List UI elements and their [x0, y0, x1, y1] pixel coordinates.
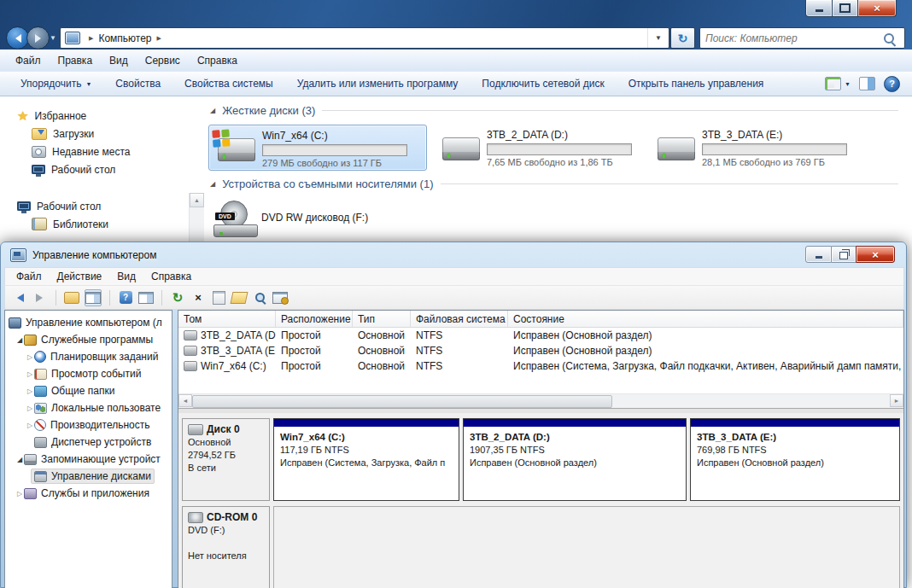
- cm-titlebar[interactable]: Управление компьютером: [1, 242, 906, 267]
- dvd-drive-tile[interactable]: DVD DVD RW дисковод (F:): [208, 197, 427, 245]
- group-expander-icon[interactable]: ◢: [210, 107, 215, 114]
- table-row[interactable]: Win7_x64 (C:) Простой Основной NTFS Испр…: [178, 358, 903, 374]
- minimize-button[interactable]: [805, 246, 832, 263]
- group-header-hard-disks[interactable]: ◢ Жесткие диски (3): [210, 104, 898, 117]
- tree-expanded-icon[interactable]: ◢: [15, 456, 24, 463]
- address-bar[interactable]: ▶ Компьютер ▶ ▼: [60, 27, 669, 49]
- tree-item-performance[interactable]: ▷ Производительность: [5, 416, 172, 434]
- refresh-button[interactable]: ↻: [670, 27, 695, 49]
- delete-button[interactable]: ×: [190, 290, 206, 306]
- tree-item-system-tools[interactable]: ◢ Служебные программы: [5, 331, 172, 348]
- restore-button[interactable]: [832, 246, 856, 263]
- menu-help[interactable]: Справка: [189, 55, 246, 67]
- sidebar-item-libraries[interactable]: Библиотеки: [17, 215, 188, 233]
- tree-collapsed-icon[interactable]: ▷: [26, 370, 34, 378]
- tree-item-task-scheduler[interactable]: ▷ Планировщик заданий: [5, 348, 172, 365]
- partition-d[interactable]: 3TB_2_DATA (D:) 1907,35 ГБ NTFS Исправен…: [463, 418, 687, 501]
- tree-expanded-icon[interactable]: ◢: [15, 336, 24, 344]
- group-expander-icon[interactable]: ◢: [210, 180, 215, 188]
- tree-item-device-manager[interactable]: Диспетчер устройств: [5, 434, 172, 451]
- settings-button[interactable]: [272, 290, 288, 306]
- properties-button[interactable]: Свойства: [103, 78, 172, 90]
- minimize-button[interactable]: [805, 0, 833, 17]
- sidebar-item-desktop-root[interactable]: Рабочий стол: [17, 197, 188, 215]
- map-network-drive-button[interactable]: Подключить сетевой диск: [470, 78, 616, 90]
- sidebar-item-desktop[interactable]: Рабочий стол: [17, 160, 188, 178]
- column-header-volume[interactable]: Том: [178, 311, 276, 327]
- help-button[interactable]: ?: [118, 290, 133, 306]
- show-console-tree-button[interactable]: [85, 289, 102, 306]
- tree-item-local-users[interactable]: ▷ Локальные пользовате: [5, 399, 172, 416]
- breadcrumb[interactable]: Компьютер: [98, 32, 151, 44]
- menu-file[interactable]: Файл: [9, 271, 50, 282]
- scroll-left-button[interactable]: ◄: [178, 394, 192, 407]
- forward-button[interactable]: [32, 290, 48, 306]
- address-dropdown-icon[interactable]: ▼: [647, 28, 669, 48]
- tree-item-root[interactable]: Управление компьютером (л: [5, 314, 172, 331]
- properties-button[interactable]: [211, 290, 226, 306]
- sidebar-item-recent-places[interactable]: Недавние места: [17, 143, 188, 160]
- scrollbar-thumb[interactable]: [192, 395, 612, 408]
- tree-item-storage[interactable]: ◢ Запоминающие устройст: [5, 451, 172, 468]
- help-button[interactable]: ?: [884, 76, 900, 92]
- drive-tile[interactable]: 3TB_2_DATA (D:) 7,65 МБ свободно из 1,86…: [434, 125, 649, 171]
- history-dropdown[interactable]: ▼: [50, 34, 56, 42]
- export-list-button[interactable]: [64, 290, 79, 306]
- drive-tile[interactable]: 3TB_3_DATA (E:) 28,1 МБ свободно из 769 …: [649, 125, 864, 171]
- forward-button[interactable]: [26, 26, 50, 49]
- table-row[interactable]: 3TB_2_DATA (D:) Простой Основной NTFS Ис…: [178, 328, 903, 343]
- menu-view[interactable]: Вид: [101, 55, 137, 67]
- menu-view[interactable]: Вид: [109, 271, 143, 282]
- tree-item-disk-management[interactable]: Управление дисками: [5, 468, 172, 485]
- organize-button[interactable]: Упорядочить▼: [9, 78, 103, 90]
- search-input[interactable]: [700, 32, 884, 44]
- menu-tools[interactable]: Сервис: [137, 55, 189, 67]
- tree-item-event-viewer[interactable]: ▷ Просмотр событий: [5, 365, 172, 382]
- tree-collapsed-icon[interactable]: ▷: [15, 490, 24, 498]
- sidebar-item-favorites[interactable]: ★ Избранное: [17, 107, 188, 125]
- breadcrumb-arrow-icon[interactable]: ▶: [89, 35, 93, 42]
- column-header-status[interactable]: Состояние: [508, 311, 903, 327]
- open-button[interactable]: [231, 290, 247, 306]
- scroll-right-button[interactable]: ►: [890, 394, 903, 407]
- partition-c[interactable]: Win7_x64 (C:) 117,19 ГБ NTFS Исправен (С…: [273, 418, 459, 501]
- disk0-header[interactable]: Диск 0 Основной 2794,52 ГБ В сети: [182, 418, 270, 501]
- horizontal-scrollbar[interactable]: ◄ ►: [178, 393, 903, 408]
- menu-file[interactable]: Файл: [7, 55, 50, 67]
- back-button[interactable]: [12, 290, 27, 306]
- system-properties-button[interactable]: Свойства системы: [172, 78, 285, 90]
- scroll-up-button[interactable]: ▲: [190, 193, 204, 207]
- views-button[interactable]: ▼: [825, 77, 851, 90]
- partition-e[interactable]: 3TB_3_DATA (E:) 769,98 ГБ NTFS Исправен …: [690, 418, 900, 501]
- find-button[interactable]: [252, 290, 267, 306]
- column-header-fs[interactable]: Файловая система: [411, 311, 508, 327]
- menu-action[interactable]: Действие: [50, 271, 110, 282]
- menu-edit[interactable]: Правка: [50, 55, 102, 67]
- tree-collapsed-icon[interactable]: ▷: [26, 387, 34, 395]
- cdrom-header[interactable]: CD-ROM 0 DVD (F:) Нет носителя: [182, 506, 270, 588]
- close-button[interactable]: ×: [856, 246, 895, 263]
- group-header-removable[interactable]: ◢ Устройства со съемными носителями (1): [210, 178, 898, 190]
- table-row[interactable]: 3TB_3_DATA (E:) Простой Основной NTFS Ис…: [178, 343, 903, 358]
- sidebar-item-downloads[interactable]: Загрузки: [17, 125, 188, 143]
- maximize-button[interactable]: [833, 0, 857, 17]
- search-icon[interactable]: [884, 33, 894, 44]
- tree-collapsed-icon[interactable]: ▷: [26, 422, 34, 429]
- column-header-layout[interactable]: Расположение: [276, 311, 353, 327]
- open-control-panel-button[interactable]: Открыть панель управления: [617, 78, 776, 90]
- cdrom-empty-track[interactable]: [273, 506, 900, 588]
- tree-collapsed-icon[interactable]: ▷: [26, 405, 34, 412]
- drive-tile[interactable]: Win7_x64 (C:) 279 МБ свободно из 117 ГБ: [208, 125, 427, 171]
- close-button[interactable]: ×: [857, 0, 897, 17]
- menu-help[interactable]: Справка: [143, 271, 199, 282]
- tree-item-services[interactable]: ▷ Службы и приложения: [5, 485, 172, 502]
- column-header-type[interactable]: Тип: [353, 311, 411, 327]
- back-button[interactable]: [6, 26, 29, 49]
- preview-pane-button[interactable]: [859, 77, 875, 90]
- refresh-button[interactable]: ↻: [170, 290, 185, 306]
- show-action-pane-button[interactable]: [138, 290, 154, 306]
- tree-item-shared-folders[interactable]: ▷ Общие папки: [5, 382, 172, 399]
- breadcrumb-arrow-icon[interactable]: ▶: [157, 35, 161, 42]
- tree-collapsed-icon[interactable]: ▷: [26, 353, 34, 361]
- uninstall-program-button[interactable]: Удалить или изменить программу: [285, 78, 471, 90]
